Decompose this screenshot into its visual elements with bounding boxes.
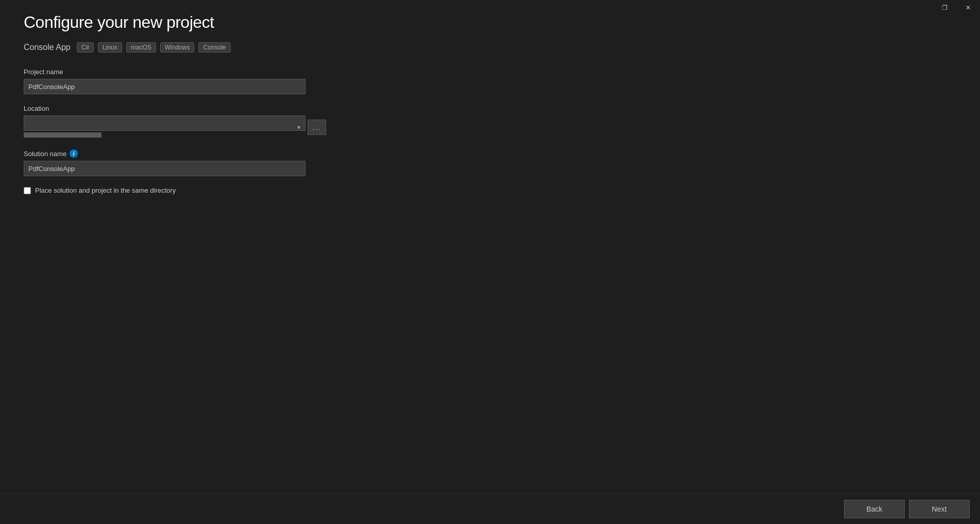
location-label: Location [24, 105, 956, 112]
project-name-label: Project name [24, 68, 956, 76]
tag-windows: Windows [160, 42, 195, 53]
tag-csharp: C# [77, 42, 94, 53]
solution-name-label: Solution name i [24, 149, 956, 158]
close-icon: ✕ [966, 4, 971, 11]
solution-name-input[interactable] [24, 161, 306, 176]
same-directory-row: Place solution and project in the same d… [24, 187, 956, 194]
location-section: Location ▼ ... [24, 105, 956, 139]
back-button[interactable]: Back [844, 500, 905, 518]
solution-name-section: Solution name i [24, 149, 956, 176]
tag-console: Console [198, 42, 230, 53]
main-content: Configure your new project Console App C… [0, 0, 980, 210]
project-type-row: Console App C# Linux macOS Windows Conso… [24, 42, 956, 53]
location-select[interactable] [24, 115, 306, 131]
restore-button[interactable]: ❐ [933, 0, 956, 15]
project-name-input[interactable] [24, 79, 306, 94]
next-button[interactable]: Next [909, 500, 970, 518]
browse-button[interactable]: ... [308, 120, 326, 135]
page-title: Configure your new project [24, 13, 956, 32]
tag-macos: macOS [126, 42, 156, 53]
restore-icon: ❐ [942, 4, 948, 11]
project-type-name: Console App [24, 43, 71, 52]
location-select-wrapper: ▼ [24, 115, 306, 139]
project-name-section: Project name [24, 68, 956, 94]
title-bar: ❐ ✕ [933, 0, 980, 15]
location-bar-visual [24, 132, 160, 138]
location-row: ▼ ... [24, 115, 956, 139]
bottom-bar: Back Next [0, 493, 980, 524]
tag-linux: Linux [98, 42, 122, 53]
info-icon[interactable]: i [70, 149, 78, 158]
same-directory-checkbox[interactable] [24, 187, 31, 194]
close-button[interactable]: ✕ [956, 0, 980, 15]
same-directory-label[interactable]: Place solution and project in the same d… [35, 187, 176, 194]
